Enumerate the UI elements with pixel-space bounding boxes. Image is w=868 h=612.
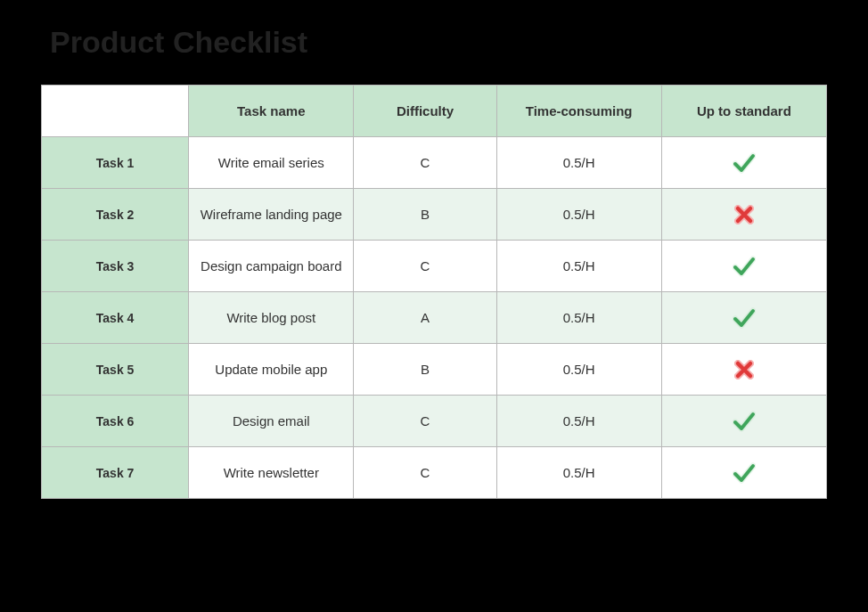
- cell-standard: [661, 241, 826, 292]
- table-row: Task 7Write newsletterC0.5/H: [42, 447, 827, 499]
- checklist-table: Task name Difficulty Time-consuming Up t…: [41, 85, 827, 499]
- col-task-name: Task name: [189, 86, 354, 137]
- cell-difficulty: C: [354, 137, 496, 189]
- check-icon: [733, 463, 756, 478]
- check-icon: [733, 153, 756, 168]
- cell-task-name: Write email series: [189, 137, 354, 189]
- col-difficulty: Difficulty: [354, 86, 496, 137]
- cell-task-name: Write blog post: [189, 292, 354, 344]
- cell-difficulty: B: [354, 344, 496, 396]
- row-label: Task 3: [42, 241, 189, 292]
- row-label: Task 2: [42, 189, 189, 241]
- col-standard: Up to standard: [661, 86, 826, 137]
- check-icon: [733, 412, 756, 427]
- cell-task-name: Write newsletter: [189, 447, 354, 499]
- cell-difficulty: C: [354, 396, 496, 447]
- cell-standard: [661, 292, 826, 344]
- row-label: Task 1: [42, 137, 189, 189]
- table-row: Task 5Update mobile appB0.5/H: [42, 344, 827, 396]
- checklist-table-wrapper: Task name Difficulty Time-consuming Up t…: [0, 60, 868, 499]
- cell-time: 0.5/H: [496, 137, 661, 189]
- check-icon: [733, 257, 756, 272]
- table-row: Task 2Wireframe landing pageB0.5/H: [42, 189, 827, 241]
- cross-icon: [734, 205, 754, 220]
- row-label: Task 6: [42, 396, 189, 447]
- cell-standard: [661, 396, 826, 447]
- table-row: Task 3Design campaign boardC0.5/H: [42, 241, 827, 292]
- row-label: Task 7: [42, 447, 189, 499]
- cell-time: 0.5/H: [496, 396, 661, 447]
- cell-task-name: Update mobile app: [189, 344, 354, 396]
- cell-time: 0.5/H: [496, 447, 661, 499]
- cell-difficulty: B: [354, 189, 496, 241]
- cell-standard: [661, 447, 826, 499]
- row-label: Task 4: [42, 292, 189, 344]
- cross-icon: [734, 360, 754, 375]
- table-row: Task 6Design emailC0.5/H: [42, 396, 827, 447]
- table-row: Task 1Write email seriesC0.5/H: [42, 137, 827, 189]
- cell-task-name: Design campaign board: [189, 241, 354, 292]
- cell-time: 0.5/H: [496, 241, 661, 292]
- cell-difficulty: C: [354, 241, 496, 292]
- cell-standard: [661, 189, 826, 241]
- table-header-blank: [42, 86, 189, 137]
- cell-time: 0.5/H: [496, 292, 661, 344]
- cell-standard: [661, 137, 826, 189]
- cell-task-name: Design email: [189, 396, 354, 447]
- row-label: Task 5: [42, 344, 189, 396]
- cell-task-name: Wireframe landing page: [189, 189, 354, 241]
- cell-difficulty: C: [354, 447, 496, 499]
- page-title: Product Checklist: [0, 0, 868, 60]
- table-row: Task 4Write blog postA0.5/H: [42, 292, 827, 344]
- table-header-row: Task name Difficulty Time-consuming Up t…: [42, 86, 827, 137]
- cell-difficulty: A: [354, 292, 496, 344]
- cell-standard: [661, 344, 826, 396]
- cell-time: 0.5/H: [496, 189, 661, 241]
- check-icon: [733, 308, 756, 323]
- cell-time: 0.5/H: [496, 344, 661, 396]
- col-time: Time-consuming: [496, 86, 661, 137]
